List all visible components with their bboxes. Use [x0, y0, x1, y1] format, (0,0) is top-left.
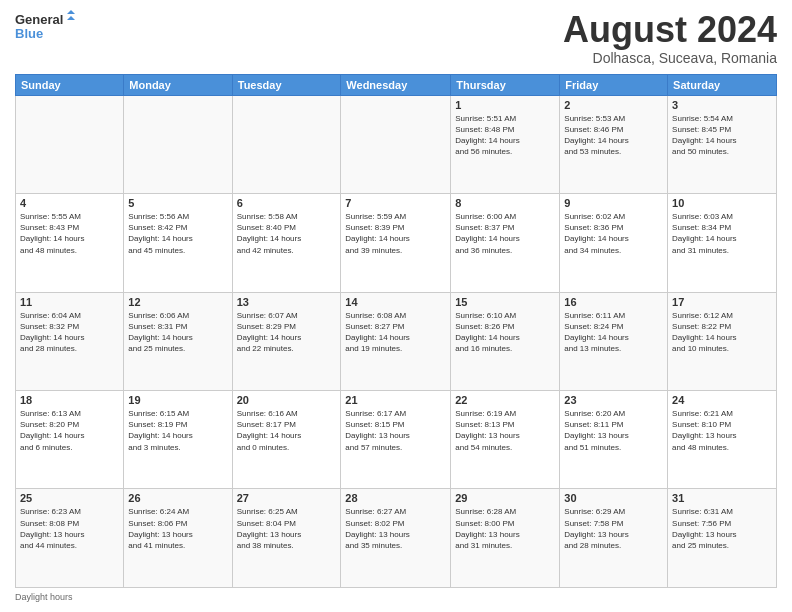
month-title: August 2024 — [563, 10, 777, 50]
calendar-cell: 3Sunrise: 5:54 AM Sunset: 8:45 PM Daylig… — [668, 95, 777, 193]
day-number: 30 — [564, 492, 663, 504]
weekday-header-friday: Friday — [560, 74, 668, 95]
day-number: 18 — [20, 394, 119, 406]
calendar-cell — [232, 95, 341, 193]
calendar-cell: 19Sunrise: 6:15 AM Sunset: 8:19 PM Dayli… — [124, 391, 232, 489]
day-info: Sunrise: 6:28 AM Sunset: 8:00 PM Dayligh… — [455, 506, 555, 551]
day-info: Sunrise: 6:00 AM Sunset: 8:37 PM Dayligh… — [455, 211, 555, 256]
calendar-cell — [124, 95, 232, 193]
weekday-header-sunday: Sunday — [16, 74, 124, 95]
calendar-cell: 2Sunrise: 5:53 AM Sunset: 8:46 PM Daylig… — [560, 95, 668, 193]
logo-svg: General Blue — [15, 10, 75, 46]
logo: General Blue — [15, 10, 75, 46]
day-info: Sunrise: 5:54 AM Sunset: 8:45 PM Dayligh… — [672, 113, 772, 158]
calendar-cell — [341, 95, 451, 193]
calendar-cell: 9Sunrise: 6:02 AM Sunset: 8:36 PM Daylig… — [560, 194, 668, 292]
calendar-cell: 27Sunrise: 6:25 AM Sunset: 8:04 PM Dayli… — [232, 489, 341, 588]
weekday-header-tuesday: Tuesday — [232, 74, 341, 95]
day-number: 28 — [345, 492, 446, 504]
day-number: 9 — [564, 197, 663, 209]
calendar-cell: 8Sunrise: 6:00 AM Sunset: 8:37 PM Daylig… — [451, 194, 560, 292]
day-number: 22 — [455, 394, 555, 406]
calendar-cell: 10Sunrise: 6:03 AM Sunset: 8:34 PM Dayli… — [668, 194, 777, 292]
calendar-cell: 24Sunrise: 6:21 AM Sunset: 8:10 PM Dayli… — [668, 391, 777, 489]
calendar-cell: 25Sunrise: 6:23 AM Sunset: 8:08 PM Dayli… — [16, 489, 124, 588]
day-number: 11 — [20, 296, 119, 308]
day-number: 4 — [20, 197, 119, 209]
day-info: Sunrise: 6:25 AM Sunset: 8:04 PM Dayligh… — [237, 506, 337, 551]
day-info: Sunrise: 6:06 AM Sunset: 8:31 PM Dayligh… — [128, 310, 227, 355]
day-number: 8 — [455, 197, 555, 209]
day-number: 1 — [455, 99, 555, 111]
calendar-week-2: 4Sunrise: 5:55 AM Sunset: 8:43 PM Daylig… — [16, 194, 777, 292]
day-info: Sunrise: 6:29 AM Sunset: 7:58 PM Dayligh… — [564, 506, 663, 551]
day-info: Sunrise: 6:08 AM Sunset: 8:27 PM Dayligh… — [345, 310, 446, 355]
day-info: Sunrise: 6:07 AM Sunset: 8:29 PM Dayligh… — [237, 310, 337, 355]
day-info: Sunrise: 6:12 AM Sunset: 8:22 PM Dayligh… — [672, 310, 772, 355]
day-info: Sunrise: 6:27 AM Sunset: 8:02 PM Dayligh… — [345, 506, 446, 551]
calendar-cell: 26Sunrise: 6:24 AM Sunset: 8:06 PM Dayli… — [124, 489, 232, 588]
day-number: 3 — [672, 99, 772, 111]
day-number: 16 — [564, 296, 663, 308]
day-info: Sunrise: 6:17 AM Sunset: 8:15 PM Dayligh… — [345, 408, 446, 453]
day-info: Sunrise: 5:58 AM Sunset: 8:40 PM Dayligh… — [237, 211, 337, 256]
svg-marker-3 — [67, 16, 75, 20]
day-number: 25 — [20, 492, 119, 504]
day-info: Sunrise: 5:53 AM Sunset: 8:46 PM Dayligh… — [564, 113, 663, 158]
day-number: 10 — [672, 197, 772, 209]
calendar-cell: 16Sunrise: 6:11 AM Sunset: 8:24 PM Dayli… — [560, 292, 668, 390]
calendar-cell: 15Sunrise: 6:10 AM Sunset: 8:26 PM Dayli… — [451, 292, 560, 390]
calendar-cell: 14Sunrise: 6:08 AM Sunset: 8:27 PM Dayli… — [341, 292, 451, 390]
calendar-cell: 30Sunrise: 6:29 AM Sunset: 7:58 PM Dayli… — [560, 489, 668, 588]
day-number: 23 — [564, 394, 663, 406]
calendar-cell: 1Sunrise: 5:51 AM Sunset: 8:48 PM Daylig… — [451, 95, 560, 193]
calendar-week-3: 11Sunrise: 6:04 AM Sunset: 8:32 PM Dayli… — [16, 292, 777, 390]
footer-note: Daylight hours — [15, 592, 777, 602]
day-info: Sunrise: 5:59 AM Sunset: 8:39 PM Dayligh… — [345, 211, 446, 256]
day-number: 26 — [128, 492, 227, 504]
day-number: 14 — [345, 296, 446, 308]
day-number: 15 — [455, 296, 555, 308]
day-info: Sunrise: 5:51 AM Sunset: 8:48 PM Dayligh… — [455, 113, 555, 158]
weekday-header-thursday: Thursday — [451, 74, 560, 95]
weekday-header-monday: Monday — [124, 74, 232, 95]
calendar-cell: 4Sunrise: 5:55 AM Sunset: 8:43 PM Daylig… — [16, 194, 124, 292]
day-info: Sunrise: 6:16 AM Sunset: 8:17 PM Dayligh… — [237, 408, 337, 453]
calendar-cell: 5Sunrise: 5:56 AM Sunset: 8:42 PM Daylig… — [124, 194, 232, 292]
svg-text:General: General — [15, 12, 63, 27]
calendar-week-1: 1Sunrise: 5:51 AM Sunset: 8:48 PM Daylig… — [16, 95, 777, 193]
day-info: Sunrise: 6:11 AM Sunset: 8:24 PM Dayligh… — [564, 310, 663, 355]
page: General Blue August 2024 Dolhasca, Sucea… — [0, 0, 792, 612]
day-number: 7 — [345, 197, 446, 209]
calendar-cell: 22Sunrise: 6:19 AM Sunset: 8:13 PM Dayli… — [451, 391, 560, 489]
day-number: 31 — [672, 492, 772, 504]
day-info: Sunrise: 6:15 AM Sunset: 8:19 PM Dayligh… — [128, 408, 227, 453]
day-number: 29 — [455, 492, 555, 504]
day-number: 21 — [345, 394, 446, 406]
day-info: Sunrise: 6:19 AM Sunset: 8:13 PM Dayligh… — [455, 408, 555, 453]
calendar-cell: 13Sunrise: 6:07 AM Sunset: 8:29 PM Dayli… — [232, 292, 341, 390]
header: General Blue August 2024 Dolhasca, Sucea… — [15, 10, 777, 66]
title-block: August 2024 Dolhasca, Suceava, Romania — [563, 10, 777, 66]
weekday-header-saturday: Saturday — [668, 74, 777, 95]
day-number: 12 — [128, 296, 227, 308]
day-info: Sunrise: 6:23 AM Sunset: 8:08 PM Dayligh… — [20, 506, 119, 551]
day-info: Sunrise: 6:10 AM Sunset: 8:26 PM Dayligh… — [455, 310, 555, 355]
svg-text:Blue: Blue — [15, 26, 43, 41]
calendar-cell: 28Sunrise: 6:27 AM Sunset: 8:02 PM Dayli… — [341, 489, 451, 588]
weekday-header-row: SundayMondayTuesdayWednesdayThursdayFrid… — [16, 74, 777, 95]
calendar-cell: 20Sunrise: 6:16 AM Sunset: 8:17 PM Dayli… — [232, 391, 341, 489]
calendar-cell: 12Sunrise: 6:06 AM Sunset: 8:31 PM Dayli… — [124, 292, 232, 390]
day-info: Sunrise: 6:13 AM Sunset: 8:20 PM Dayligh… — [20, 408, 119, 453]
day-number: 17 — [672, 296, 772, 308]
day-number: 24 — [672, 394, 772, 406]
day-info: Sunrise: 6:21 AM Sunset: 8:10 PM Dayligh… — [672, 408, 772, 453]
day-info: Sunrise: 6:31 AM Sunset: 7:56 PM Dayligh… — [672, 506, 772, 551]
calendar-cell: 6Sunrise: 5:58 AM Sunset: 8:40 PM Daylig… — [232, 194, 341, 292]
calendar-cell: 29Sunrise: 6:28 AM Sunset: 8:00 PM Dayli… — [451, 489, 560, 588]
weekday-header-wednesday: Wednesday — [341, 74, 451, 95]
location-subtitle: Dolhasca, Suceava, Romania — [563, 50, 777, 66]
day-info: Sunrise: 6:24 AM Sunset: 8:06 PM Dayligh… — [128, 506, 227, 551]
day-info: Sunrise: 5:55 AM Sunset: 8:43 PM Dayligh… — [20, 211, 119, 256]
day-info: Sunrise: 5:56 AM Sunset: 8:42 PM Dayligh… — [128, 211, 227, 256]
